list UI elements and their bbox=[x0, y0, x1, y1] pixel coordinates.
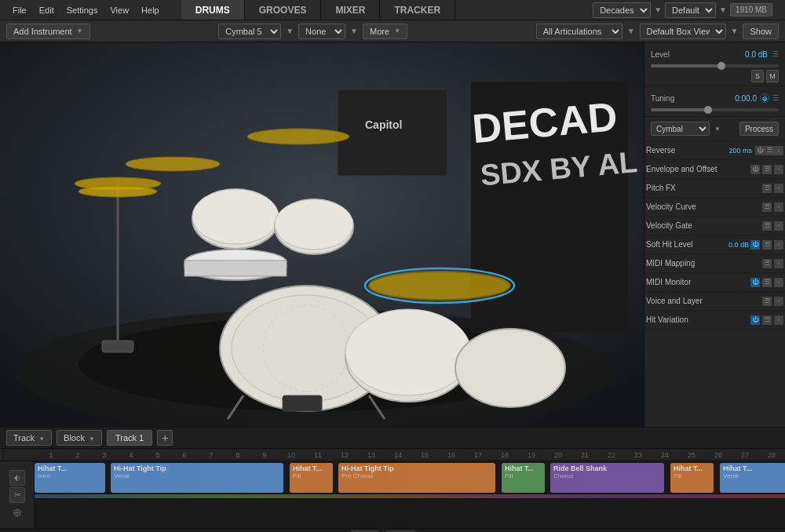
vcurve-expand-icon[interactable]: › bbox=[774, 202, 783, 212]
cymbal-type-select[interactable]: Cymbal bbox=[651, 122, 710, 136]
clip-name: Hihat T... bbox=[293, 465, 330, 472]
cymbal-select[interactable]: Cymbal 5 bbox=[218, 24, 281, 39]
tuning-section: Tuning 0:00.0 ⏻ ☰ bbox=[644, 86, 785, 117]
soft-hit-row[interactable]: Soft Hit Level 0.0 dB ⏻ ☰ › bbox=[644, 235, 785, 254]
timeline-number-7: 7 bbox=[198, 451, 225, 459]
scissors-tool[interactable]: ✂ bbox=[9, 487, 25, 503]
menu-view[interactable]: View bbox=[104, 5, 135, 15]
pitch-expand-icon[interactable]: › bbox=[774, 184, 783, 193]
tuning-slider[interactable] bbox=[651, 108, 779, 111]
level-menu-icon: ☰ bbox=[772, 50, 779, 58]
vgate-expand-icon[interactable]: › bbox=[774, 221, 783, 231]
show-button[interactable]: Show bbox=[743, 24, 779, 39]
tuning-power-icon[interactable]: ⏻ bbox=[760, 93, 769, 103]
reverse-row[interactable]: Reverse 200 ms ⏻ ☰ › bbox=[644, 141, 785, 160]
midimon-power-icon[interactable]: ⏻ bbox=[750, 278, 760, 287]
svg-point-14 bbox=[126, 157, 220, 171]
midimap-expand-icon[interactable]: › bbox=[774, 259, 783, 268]
drum-view[interactable]: Capitol DECAD SDX BY AL SCH bbox=[0, 42, 644, 427]
softhit-menu-icon: ☰ bbox=[762, 240, 772, 250]
none-chevron: ▼ bbox=[350, 27, 358, 35]
svg-point-22 bbox=[345, 309, 471, 395]
clip-name: Hi-Hat Tight Tip bbox=[114, 465, 280, 472]
more-button[interactable]: More ▼ bbox=[363, 24, 407, 39]
clip-verse[interactable]: Hi-Hat Tight TipVerse bbox=[111, 463, 283, 493]
timeline-number-26: 26 bbox=[705, 451, 732, 459]
box-view-select[interactable]: Default Box View bbox=[640, 24, 726, 39]
midimon-expand-icon[interactable]: › bbox=[774, 278, 783, 287]
none-select[interactable]: None bbox=[298, 24, 345, 39]
mute-button[interactable]: M bbox=[766, 70, 779, 82]
block-dropdown-button[interactable]: Block ▼ bbox=[57, 430, 102, 446]
cymbal-chevron: ▼ bbox=[286, 27, 294, 35]
voice-layer-row[interactable]: Voice and Layer ☰ › bbox=[644, 292, 785, 311]
timeline-number-16: 16 bbox=[438, 451, 465, 459]
hit-variation-row[interactable]: Hit Variation ⏻ ☰ › bbox=[644, 311, 785, 330]
clip-fill[interactable]: Hihat T...Fill bbox=[670, 463, 714, 493]
add-track-button[interactable]: + bbox=[157, 430, 173, 446]
voicelayer-expand-icon[interactable]: › bbox=[774, 297, 783, 306]
clip-pre-chorus[interactable]: Hi-Hat Tight TipPre Chorus bbox=[338, 463, 495, 493]
zoom-control[interactable]: ⊕ bbox=[9, 505, 25, 520]
clip-sub: Verse bbox=[723, 472, 785, 479]
clip-sub: Fill bbox=[293, 472, 330, 479]
envelope-power-icon[interactable]: ⏻ bbox=[750, 165, 760, 174]
menu-file[interactable]: File bbox=[6, 5, 33, 15]
timeline-number-1: 1 bbox=[38, 451, 64, 459]
clip-fill[interactable]: Hihat T...Fill bbox=[290, 463, 333, 493]
level-slider[interactable] bbox=[651, 64, 779, 67]
midi-mapping-row[interactable]: MIDI Mapping ☰ › bbox=[644, 254, 785, 273]
envelope-offset-row[interactable]: Envelope and Offset ⏻ ☰ › bbox=[644, 160, 785, 179]
menu-help[interactable]: Help bbox=[135, 5, 166, 15]
select-tool[interactable]: ⬖ bbox=[9, 470, 25, 486]
menu-settings[interactable]: Settings bbox=[60, 5, 104, 15]
reverse-power-icon[interactable]: ⏻ bbox=[755, 146, 765, 155]
svg-point-10 bbox=[78, 186, 157, 197]
clip-name: Hi-Hat Tight Tip bbox=[341, 465, 492, 472]
midi-monitor-label: MIDI Monitor bbox=[646, 278, 750, 286]
clip-sub: Intro bbox=[38, 472, 102, 479]
timeline-number-11: 11 bbox=[305, 451, 331, 459]
tab-grooves[interactable]: GROOVES bbox=[245, 0, 322, 20]
svg-point-11 bbox=[369, 271, 510, 300]
clip-name: Ride Bell Shank bbox=[553, 465, 661, 472]
clip-intro[interactable]: Hihat T...Intro bbox=[35, 463, 105, 493]
pitch-fx-row[interactable]: Pitch FX ☰ › bbox=[644, 179, 785, 198]
clip-fill[interactable]: Hihat T...Fill bbox=[502, 463, 545, 493]
svg-text:Capitol: Capitol bbox=[365, 118, 402, 131]
process-button[interactable]: Process bbox=[739, 122, 779, 136]
timeline-number-14: 14 bbox=[385, 451, 411, 459]
menu-edit[interactable]: Edit bbox=[33, 5, 60, 15]
tab-drums[interactable]: DRUMS bbox=[181, 0, 245, 20]
clip-verse[interactable]: Hihat T...Verse bbox=[720, 463, 785, 493]
memory-badge: 1910 MB bbox=[730, 3, 772, 16]
softhit-power-icon[interactable]: ⏻ bbox=[750, 240, 760, 250]
envelope-expand-icon[interactable]: › bbox=[774, 165, 783, 174]
midi-monitor-icons: ⏻ ☰ › bbox=[750, 278, 783, 287]
clip-name: Hihat T... bbox=[505, 465, 542, 472]
reverse-expand-icon[interactable]: › bbox=[774, 146, 783, 155]
hitvar-power-icon[interactable]: ⏻ bbox=[750, 315, 760, 325]
preset-default-select[interactable]: Default bbox=[665, 2, 716, 18]
add-instrument-button[interactable]: Add Instrument ▼ bbox=[6, 24, 90, 39]
preset-decades-select[interactable]: Decades bbox=[593, 2, 651, 18]
midi-monitor-row[interactable]: MIDI Monitor ⏻ ☰ › bbox=[644, 273, 785, 292]
midi-mapping-label: MIDI Mapping bbox=[646, 259, 762, 268]
midimap-menu-icon: ☰ bbox=[762, 259, 772, 268]
tab-tracker[interactable]: TRACKER bbox=[380, 0, 455, 20]
box-view-chevron: ▼ bbox=[731, 27, 739, 35]
clip-chorus[interactable]: Ride Bell ShankChorus bbox=[550, 463, 664, 493]
level-thumb[interactable] bbox=[717, 62, 725, 70]
solo-button[interactable]: S bbox=[751, 70, 764, 82]
tuning-value: 0:00.0 bbox=[725, 94, 757, 103]
velocity-curve-row[interactable]: Velocity Curve ☰ › bbox=[644, 198, 785, 217]
softhit-expand-icon[interactable]: › bbox=[774, 240, 783, 250]
tuning-thumb[interactable] bbox=[704, 106, 712, 114]
timeline-number-13: 13 bbox=[358, 451, 385, 459]
velocity-gate-row[interactable]: Velocity Gate ☰ › bbox=[644, 217, 785, 235]
hit-variation-label: Hit Variation bbox=[646, 315, 750, 324]
tab-mixer[interactable]: MIXER bbox=[321, 0, 380, 20]
track-dropdown-button[interactable]: Track ▼ bbox=[6, 430, 52, 446]
hitvar-expand-icon[interactable]: › bbox=[774, 315, 783, 325]
articulations-select[interactable]: All Articulations bbox=[536, 24, 623, 39]
